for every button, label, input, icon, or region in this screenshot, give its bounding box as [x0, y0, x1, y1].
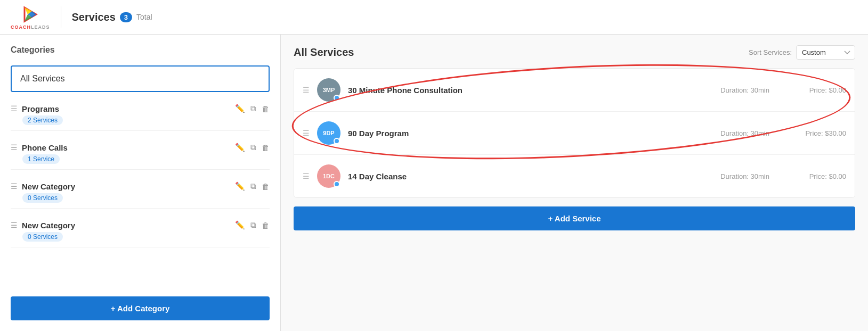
phone-calls-count: 1 Service	[22, 154, 60, 164]
sidebar-title: Categories	[11, 45, 270, 55]
sidebar: Categories All Services Programs ✏️ ⧉ 🗑 …	[0, 35, 281, 331]
service-price-2: Price: $30.00	[793, 129, 846, 137]
service-duration-2: Duration: 30min	[720, 129, 769, 137]
logo-icon	[20, 4, 40, 24]
service-name-3: 14 Day Cleanse	[348, 172, 713, 181]
drag-icon-service-3	[303, 172, 310, 180]
drag-icon-new-2	[11, 221, 18, 229]
drag-icon-new-1	[11, 182, 18, 191]
logo: COACHLEADS	[11, 4, 50, 30]
service-duration-1: Duration: 30min	[720, 86, 769, 94]
avatar-dot-2	[334, 138, 340, 144]
main-layout: Categories All Services Programs ✏️ ⧉ 🗑 …	[0, 35, 868, 331]
copy-icon-new-1[interactable]: ⧉	[250, 181, 256, 191]
new-2-count: 0 Services	[22, 232, 63, 242]
service-item-3: 1DC 14 Day Cleanse Duration: 30min Price…	[294, 155, 855, 197]
service-list: 3MP 30 Minute Phone Consultation Duratio…	[294, 68, 855, 198]
category-item-new-2: New Category ✏️ ⧉ 🗑 0 Services	[11, 215, 270, 247]
programs-count: 2 Services	[22, 115, 63, 125]
category-item-new-1: New Category ✏️ ⧉ 🗑 0 Services	[11, 176, 270, 209]
sort-area: Sort Services: Custom Alphabetical Price	[749, 45, 855, 60]
sort-select[interactable]: Custom Alphabetical Price	[796, 45, 855, 60]
edit-icon-phone-calls[interactable]: ✏️	[235, 143, 245, 152]
service-item-2: 9DP 90 Day Program Duration: 30min Price…	[294, 112, 855, 155]
page-title: Services	[72, 11, 116, 23]
right-panel: All Services Sort Services: Custom Alpha…	[281, 35, 868, 331]
delete-icon-programs[interactable]: 🗑	[262, 104, 270, 113]
avatar-service-3: 1DC	[317, 164, 340, 188]
drag-icon-service-2	[303, 129, 310, 137]
sort-label: Sort Services:	[749, 48, 792, 56]
new-1-count: 0 Services	[22, 193, 63, 203]
all-services-title: All Services	[294, 46, 354, 59]
service-duration-3: Duration: 30min	[720, 172, 769, 180]
service-item-1: 3MP 30 Minute Phone Consultation Duratio…	[294, 69, 855, 112]
logo-text: COACHLEADS	[11, 24, 50, 30]
copy-icon-phone-calls[interactable]: ⧉	[250, 143, 256, 152]
copy-icon-new-2[interactable]: ⧉	[250, 220, 256, 230]
copy-icon-programs[interactable]: ⧉	[250, 104, 256, 113]
services-count-badge: 3	[120, 12, 132, 22]
avatar-service-2: 9DP	[317, 121, 340, 145]
header-subtitle: Total	[136, 13, 152, 21]
category-item-phone-calls: Phone Calls ✏️ ⧉ 🗑 1 Service	[11, 137, 270, 170]
category-actions-programs: ✏️ ⧉ 🗑	[235, 104, 270, 113]
avatar-dot-1	[334, 95, 340, 101]
service-name-1: 30 Minute Phone Consultation	[348, 86, 713, 95]
edit-icon-new-1[interactable]: ✏️	[235, 181, 245, 191]
service-name-2: 90 Day Program	[348, 129, 713, 138]
drag-icon-service-1	[303, 86, 310, 94]
avatar-dot-3	[334, 181, 340, 187]
category-actions-new-1: ✏️ ⧉ 🗑	[235, 181, 270, 191]
edit-icon-new-2[interactable]: ✏️	[235, 220, 245, 230]
service-price-1: Price: $0.00	[793, 86, 846, 94]
all-services-button[interactable]: All Services	[11, 65, 270, 92]
add-service-button[interactable]: + Add Service	[294, 206, 855, 230]
category-actions-phone-calls: ✏️ ⧉ 🗑	[235, 143, 270, 152]
drag-icon-programs	[11, 104, 18, 113]
delete-icon-new-2[interactable]: 🗑	[262, 221, 270, 230]
category-name-phone-calls: Phone Calls	[22, 143, 68, 152]
header-divider	[61, 6, 61, 28]
category-name-new-2: New Category	[22, 221, 75, 230]
edit-icon-programs[interactable]: ✏️	[235, 104, 245, 113]
app-header: COACHLEADS Services 3 Total	[0, 0, 868, 35]
header-title-area: Services 3 Total	[72, 11, 152, 23]
delete-icon-phone-calls[interactable]: 🗑	[262, 143, 270, 152]
category-actions-new-2: ✏️ ⧉ 🗑	[235, 220, 270, 230]
right-header: All Services Sort Services: Custom Alpha…	[294, 45, 855, 60]
category-item-programs: Programs ✏️ ⧉ 🗑 2 Services	[11, 98, 270, 131]
category-name-programs: Programs	[22, 104, 59, 113]
drag-icon-phone-calls	[11, 143, 18, 152]
delete-icon-new-1[interactable]: 🗑	[262, 182, 270, 191]
add-category-button[interactable]: + Add Category	[11, 296, 270, 320]
avatar-service-1: 3MP	[317, 78, 340, 102]
service-price-3: Price: $0.00	[793, 172, 846, 180]
category-name-new-1: New Category	[22, 182, 75, 191]
